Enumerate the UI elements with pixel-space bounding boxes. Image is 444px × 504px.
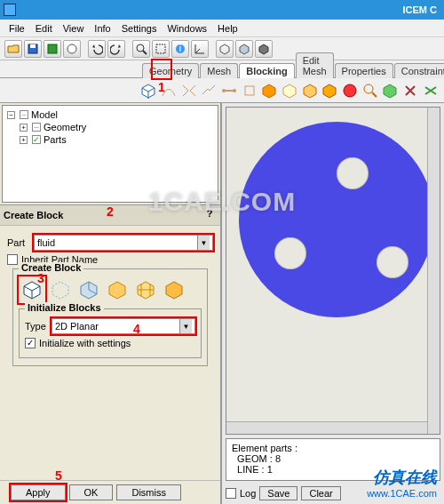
create-block-tool-icon[interactable] <box>139 81 158 100</box>
status-line: LINE : 1 <box>232 464 434 475</box>
tree-expand-icon[interactable]: + <box>20 136 28 144</box>
svg-point-3 <box>67 44 76 53</box>
zoom-box-icon[interactable] <box>152 40 170 58</box>
tree-root-label[interactable]: Model <box>31 108 58 121</box>
part-value: fluid <box>37 237 197 248</box>
check-blocks-icon[interactable] <box>341 81 360 100</box>
tool-icon[interactable] <box>63 40 81 58</box>
block-solid-icon[interactable] <box>161 276 187 303</box>
edit-edge-icon[interactable] <box>200 81 218 100</box>
svg-point-13 <box>364 84 373 93</box>
extrude-face-icon[interactable] <box>75 276 102 303</box>
tab-edit-mesh[interactable]: Edit Mesh <box>296 52 334 78</box>
premesh-params-icon[interactable] <box>300 81 319 100</box>
checkbox-icon <box>7 254 18 265</box>
menu-view[interactable]: View <box>58 23 90 34</box>
app-logo-icon <box>4 4 16 16</box>
tree-check[interactable]: ✓ <box>32 135 41 144</box>
block-by-part-icon[interactable] <box>381 81 400 100</box>
transform-icon[interactable] <box>260 81 279 100</box>
title-bar: ICEM C <box>0 0 444 20</box>
associate-icon[interactable] <box>220 81 239 100</box>
scrollbar-vertical[interactable] <box>427 108 440 434</box>
fit-icon[interactable] <box>132 40 150 58</box>
save-part-icon[interactable] <box>44 40 61 58</box>
help-icon[interactable]: ? <box>202 208 217 222</box>
tree-check[interactable]: – <box>20 110 28 119</box>
undo-icon[interactable] <box>88 40 106 58</box>
side-panel: −–Model +–Geometry +✓Parts Create Block … <box>0 103 222 504</box>
merge-vertices-icon[interactable] <box>179 81 198 100</box>
type-value: 2D Planar <box>55 321 179 332</box>
panel-body: Part fluid ▼ Inherit Part Name Create Bl… <box>0 226 220 375</box>
menu-help[interactable]: Help <box>212 23 243 34</box>
menu-edit[interactable]: Edit <box>30 23 58 34</box>
tree-item-parts[interactable]: Parts <box>44 133 67 146</box>
solid-icon[interactable] <box>255 40 273 58</box>
apply-button[interactable]: Apply <box>11 484 66 500</box>
move-vertex-icon[interactable] <box>240 81 258 100</box>
svg-rect-2 <box>48 44 57 53</box>
init-settings-checkbox[interactable]: ✓ Initialize with settings <box>25 338 195 348</box>
block-box-icon[interactable] <box>104 276 131 303</box>
blocking-toolbar <box>0 78 444 103</box>
tab-mesh[interactable]: Mesh <box>200 63 238 78</box>
delete-block-icon[interactable] <box>361 81 379 100</box>
ok-button[interactable]: OK <box>69 484 114 500</box>
scrollbar-horizontal[interactable] <box>226 421 427 434</box>
save-icon[interactable] <box>24 40 42 58</box>
svg-text:i: i <box>179 43 181 53</box>
tab-properties[interactable]: Properties <box>335 63 393 78</box>
tree-item-geometry[interactable]: Geometry <box>44 121 86 133</box>
dismiss-button[interactable]: Dismiss <box>116 484 181 500</box>
menu-file[interactable]: File <box>4 23 30 34</box>
tab-geometry[interactable]: Geometry <box>142 63 199 78</box>
create-block-group-title: Create Block <box>19 262 83 273</box>
clear-log-button[interactable]: Clear <box>301 486 340 500</box>
graphics-viewer[interactable] <box>226 107 440 435</box>
premesh-quality-icon[interactable] <box>321 81 339 100</box>
shaded-icon[interactable] <box>235 40 253 58</box>
bottom-bar: Log Save Clear <box>222 483 444 504</box>
menu-settings[interactable]: Settings <box>116 23 163 34</box>
status-box: Element parts : GEOM : 8 LINE : 1 <box>226 438 440 481</box>
svg-line-5 <box>143 51 147 54</box>
axis-icon[interactable] <box>191 40 209 58</box>
tree-expand-icon[interactable]: + <box>20 124 28 132</box>
tree-collapse-icon[interactable]: − <box>7 111 15 119</box>
menu-info[interactable]: Info <box>89 23 115 34</box>
tab-blocking[interactable]: Blocking <box>239 63 294 78</box>
initialize-blocks-title: Initialize Blocks <box>25 302 104 313</box>
type-label: Type <box>25 321 52 332</box>
annotation-number: 2 <box>107 204 114 219</box>
svg-point-12 <box>344 84 356 97</box>
wireframe-icon[interactable] <box>216 40 234 58</box>
svg-point-4 <box>137 44 144 52</box>
menu-windows[interactable]: Windows <box>162 23 212 34</box>
model-tree[interactable]: −–Model +–Geometry +✓Parts <box>2 105 218 203</box>
part-label: Part <box>7 237 34 248</box>
save-log-button[interactable]: Save <box>259 486 297 500</box>
tree-check[interactable]: – <box>32 123 41 132</box>
info-icon[interactable]: i <box>171 40 189 58</box>
svg-point-10 <box>233 89 236 92</box>
viewport-area: Element parts : GEOM : 8 LINE : 1 Log Sa… <box>222 103 444 504</box>
chevron-down-icon[interactable]: ▼ <box>179 319 192 333</box>
edit-block-icon[interactable] <box>281 81 299 100</box>
from-vertices-icon[interactable] <box>47 276 74 303</box>
standard-toolbar: i <box>0 37 444 60</box>
part-dropdown[interactable]: fluid ▼ <box>34 235 213 251</box>
tab-constraints[interactable]: Constraints <box>394 63 444 78</box>
block-refine-icon[interactable] <box>132 276 159 303</box>
open-icon[interactable] <box>4 40 22 58</box>
redo-icon[interactable] <box>107 40 125 58</box>
type-dropdown[interactable]: 2D Planar ▼ <box>52 318 195 334</box>
panel-title: Create Block <box>4 210 63 220</box>
annotation-number: 4 <box>133 322 140 336</box>
log-checkbox[interactable]: Log <box>226 488 256 499</box>
svg-rect-11 <box>245 86 254 95</box>
block-delete-icon[interactable] <box>421 81 440 100</box>
chevron-down-icon[interactable]: ▼ <box>197 236 210 250</box>
convert-icon[interactable] <box>401 81 420 100</box>
svg-rect-6 <box>156 44 165 53</box>
